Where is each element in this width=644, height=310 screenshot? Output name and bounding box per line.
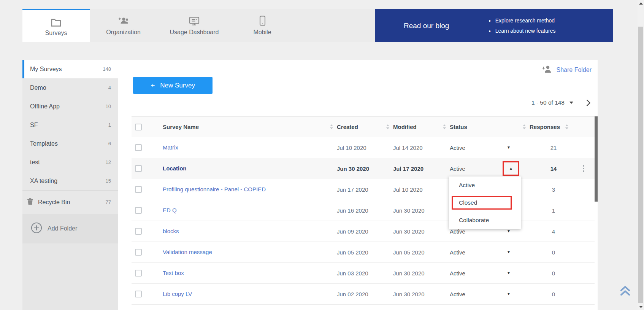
scrollbar-up-arrow-icon[interactable]: [639, 2, 643, 5]
survey-name-link[interactable]: Matrix: [163, 144, 178, 151]
status-caret-icon[interactable]: ▼: [507, 250, 511, 254]
sidebar-folder-item[interactable]: test 12: [22, 153, 118, 172]
sort-icon[interactable]: [443, 124, 446, 129]
app-canvas: Surveys Organization: [0, 0, 644, 310]
created-date: Jun 03 2020: [337, 270, 393, 277]
row-checkbox[interactable]: [135, 249, 142, 256]
scroll-to-top-button[interactable]: [619, 285, 631, 298]
add-folder-button[interactable]: Add Folder: [22, 214, 118, 243]
responses-count: 4: [530, 228, 572, 235]
sidebar-folder-item[interactable]: XA testing 15: [22, 172, 118, 190]
next-page-button[interactable]: [583, 98, 593, 108]
status-dropdown-option[interactable]: Active: [449, 176, 521, 194]
blog-banner[interactable]: Read our blog Explore research method Le…: [375, 9, 613, 42]
banner-bullet: Learn about new features: [489, 26, 555, 36]
responses-count: 0: [530, 249, 572, 256]
status-caret-icon[interactable]: ▲: [503, 161, 519, 176]
select-all-checkbox[interactable]: [135, 124, 142, 130]
created-date: Jun 17 2020: [337, 186, 393, 193]
tab-label: Organization: [106, 29, 141, 36]
table-row: Matrix Jul 10 2020 Jul 14 2020 Active ▼ …: [132, 137, 595, 158]
survey-name-link[interactable]: Profiling questionnaire - Panel - COPIED: [163, 186, 266, 192]
column-header-responses[interactable]: Responses: [530, 117, 572, 137]
row-checkbox[interactable]: [135, 228, 142, 235]
folder-label: Demo: [30, 84, 46, 91]
survey-name-link[interactable]: Validation message: [163, 249, 212, 255]
smartphone-icon: [259, 16, 266, 26]
sidebar-folder-item[interactable]: Demo 4: [22, 78, 118, 97]
row-checkbox[interactable]: [135, 165, 142, 172]
modified-date: Jun 05 2020: [393, 249, 450, 256]
sidebar-folder-item[interactable]: Templates 6: [22, 134, 118, 153]
pagination-range-label: 1 - 50 of 148: [531, 99, 565, 106]
created-date: Jun 09 2020: [337, 228, 393, 235]
modified-date: Jun 30 2020: [393, 291, 450, 297]
column-header-created[interactable]: Created: [337, 117, 393, 137]
share-folder-label: Share Folder: [557, 67, 592, 73]
responses-count: 0: [530, 270, 572, 277]
page-scrollbar-thumb[interactable]: [638, 27, 643, 303]
sidebar-item-recycle-bin[interactable]: Recycle Bin 77: [22, 190, 118, 214]
person-add-icon: [542, 65, 552, 75]
status-dropdown-menu: Active Closed Collaborate: [449, 176, 521, 229]
kebab-menu-icon[interactable]: [581, 164, 586, 173]
tab-usage-dashboard[interactable]: Usage Dashboard: [157, 9, 232, 42]
status-caret-icon[interactable]: ▼: [507, 292, 511, 296]
folder-count: 15: [106, 178, 111, 184]
trash-icon: [27, 198, 33, 207]
created-date: Jun 30 2020: [337, 165, 393, 172]
table-scrollbar-thumb[interactable]: [595, 116, 598, 202]
row-checkbox[interactable]: [135, 270, 142, 277]
folder-count: 12: [106, 159, 111, 165]
sidebar-folder-item[interactable]: SF 1: [22, 116, 118, 134]
sidebar-folder-item[interactable]: My Surveys 148: [22, 60, 118, 78]
row-checkbox[interactable]: [135, 144, 142, 151]
survey-name-link[interactable]: Location: [163, 165, 187, 172]
responses-count: 0: [530, 291, 572, 297]
column-header-survey-name[interactable]: Survey Name: [163, 117, 337, 137]
column-header-status[interactable]: Status: [450, 117, 530, 137]
survey-name-link[interactable]: Text box: [163, 270, 184, 276]
created-date: Jun 02 2020: [337, 291, 393, 297]
tab-surveys[interactable]: Surveys: [22, 9, 90, 42]
row-checkbox[interactable]: [135, 186, 142, 193]
sort-icon[interactable]: [523, 124, 526, 129]
status-caret-icon[interactable]: ▼: [507, 229, 511, 233]
status-dropdown-option[interactable]: Closed: [449, 194, 521, 211]
sort-icon[interactable]: [565, 124, 568, 129]
row-checkbox[interactable]: [135, 291, 142, 297]
folder-label: XA testing: [30, 178, 57, 184]
survey-name-link[interactable]: ED Q: [163, 207, 177, 213]
sort-icon[interactable]: [386, 124, 389, 129]
folder-label: My Surveys: [30, 66, 62, 73]
pagination-range-dropdown[interactable]: 1 - 50 of 148: [531, 99, 573, 106]
table-row: Location Jun 30 2020 Jul 17 2020 Active …: [132, 158, 595, 179]
survey-name-link[interactable]: blocks: [163, 228, 179, 234]
status-dropdown-trigger[interactable]: Active ▼: [450, 242, 530, 262]
sort-icon[interactable]: [330, 124, 333, 129]
status-dropdown-option[interactable]: Collaborate: [449, 211, 521, 229]
status-dropdown-trigger[interactable]: Active ▼: [450, 284, 530, 304]
survey-name-link[interactable]: Lib copy LV: [163, 291, 192, 297]
page-scrollbar[interactable]: [638, 0, 644, 310]
status-dropdown-trigger[interactable]: Active ▼: [450, 263, 530, 283]
status-dropdown-trigger[interactable]: Active ▼: [450, 137, 530, 158]
table-body: Matrix Jul 10 2020 Jul 14 2020 Active ▼ …: [132, 137, 595, 305]
sidebar-folder-item[interactable]: Offline App 10: [22, 97, 118, 116]
row-checkbox[interactable]: [135, 207, 142, 214]
share-folder-button[interactable]: Share Folder: [542, 65, 592, 75]
modified-date: Jul 10 2020: [393, 186, 450, 193]
modified-date: Jun 30 2020: [393, 228, 450, 235]
tab-organization[interactable]: Organization: [90, 9, 157, 42]
new-survey-button[interactable]: + New Survey: [133, 77, 213, 94]
column-header-modified[interactable]: Modified: [393, 117, 450, 137]
sidebar-item-label: Recycle Bin: [38, 199, 70, 206]
scrollbar-down-arrow-icon[interactable]: [639, 306, 643, 308]
status-dropdown-trigger[interactable]: Active ▲: [450, 158, 530, 179]
status-caret-icon[interactable]: ▼: [507, 146, 511, 149]
banner-bullets: Explore research method Learn about new …: [489, 16, 555, 36]
screen-list-icon: [189, 16, 200, 26]
tab-mobile[interactable]: Mobile: [232, 9, 293, 42]
plus-circle-icon: [31, 222, 42, 235]
status-caret-icon[interactable]: ▼: [507, 271, 511, 275]
